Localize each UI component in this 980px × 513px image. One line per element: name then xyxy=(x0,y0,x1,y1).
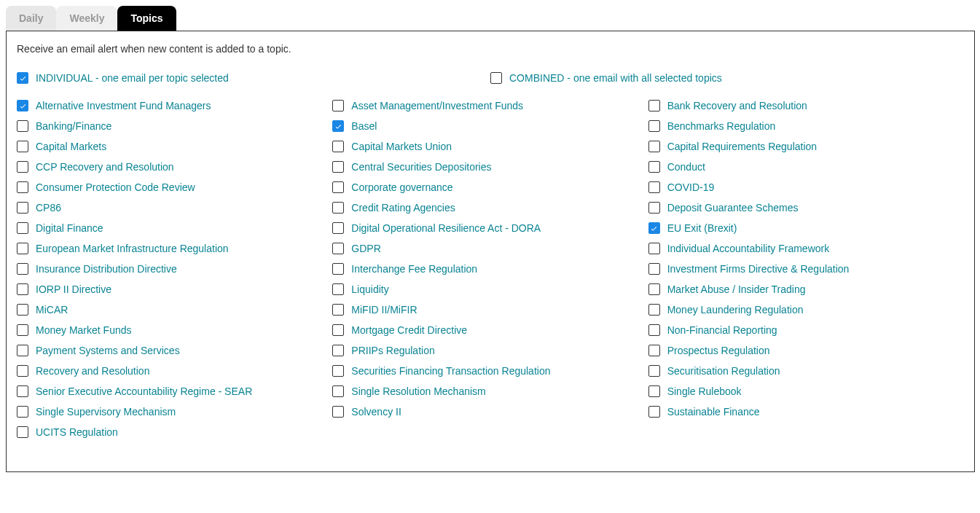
topic-label[interactable]: Capital Requirements Regulation xyxy=(667,141,817,152)
topic-checkbox[interactable] xyxy=(648,100,660,111)
topic-label[interactable]: Banking/Finance xyxy=(36,120,111,132)
mode-individual-checkbox[interactable] xyxy=(17,72,28,84)
topic-checkbox[interactable] xyxy=(17,263,28,275)
topic-label[interactable]: Basel xyxy=(351,120,377,132)
topic-checkbox[interactable] xyxy=(17,202,28,214)
topic-label[interactable]: Bank Recovery and Resolution xyxy=(667,100,807,111)
topic-checkbox[interactable] xyxy=(17,385,28,397)
mode-combined-checkbox[interactable] xyxy=(490,72,502,84)
topic-checkbox[interactable] xyxy=(648,181,660,193)
topic-label[interactable]: Digital Operational Resilience Act - DOR… xyxy=(351,222,541,234)
mode-individual-label[interactable]: INDIVIDUAL - one email per topic selecte… xyxy=(36,72,229,84)
topic-label[interactable]: COVID-19 xyxy=(667,181,715,193)
topic-checkbox[interactable] xyxy=(17,304,28,316)
topic-checkbox[interactable] xyxy=(17,426,28,438)
topic-checkbox[interactable] xyxy=(17,161,28,173)
topic-checkbox[interactable] xyxy=(17,243,28,254)
topic-label[interactable]: GDPR xyxy=(351,243,380,254)
topic-checkbox[interactable] xyxy=(332,141,344,152)
topic-checkbox[interactable] xyxy=(17,100,28,111)
topic-checkbox[interactable] xyxy=(332,283,344,295)
topic-checkbox[interactable] xyxy=(17,181,28,193)
topic-checkbox[interactable] xyxy=(17,120,28,132)
topic-label[interactable]: Investment Firms Directive & Regulation xyxy=(667,263,850,275)
topic-checkbox[interactable] xyxy=(17,406,28,418)
topic-label[interactable]: Money Laundering Regulation xyxy=(667,304,804,316)
topic-label[interactable]: Capital Markets Union xyxy=(351,141,452,152)
topic-label[interactable]: Mortgage Credit Directive xyxy=(351,324,467,336)
topic-checkbox[interactable] xyxy=(648,345,660,356)
topic-label[interactable]: Sustainable Finance xyxy=(667,406,760,418)
tab-daily[interactable]: Daily xyxy=(6,6,56,31)
topic-checkbox[interactable] xyxy=(648,202,660,214)
topic-label[interactable]: Interchange Fee Regulation xyxy=(351,263,477,275)
topic-label[interactable]: Prospectus Regulation xyxy=(667,345,770,356)
topic-label[interactable]: Securities Financing Transaction Regulat… xyxy=(351,365,550,377)
topic-label[interactable]: PRIIPs Regulation xyxy=(351,345,434,356)
topic-label[interactable]: Deposit Guarantee Schemes xyxy=(667,202,799,214)
topic-checkbox[interactable] xyxy=(332,161,344,173)
topic-checkbox[interactable] xyxy=(648,161,660,173)
topic-checkbox[interactable] xyxy=(332,345,344,356)
topic-label[interactable]: Corporate governance xyxy=(351,181,452,193)
topic-label[interactable]: Credit Rating Agencies xyxy=(351,202,455,214)
topic-label[interactable]: Individual Accountability Framework xyxy=(667,243,830,254)
topic-checkbox[interactable] xyxy=(648,406,660,418)
topic-label[interactable]: Alternative Investment Fund Managers xyxy=(36,100,211,111)
topic-checkbox[interactable] xyxy=(17,365,28,377)
mode-combined-label[interactable]: COMBINED - one email with all selected t… xyxy=(509,72,722,84)
topic-checkbox[interactable] xyxy=(332,385,344,397)
topic-checkbox[interactable] xyxy=(332,222,344,234)
tab-weekly[interactable]: Weekly xyxy=(56,6,117,31)
topic-label[interactable]: CCP Recovery and Resolution xyxy=(36,161,174,173)
topic-label[interactable]: MiCAR xyxy=(36,304,68,316)
topic-checkbox[interactable] xyxy=(648,263,660,275)
topic-label[interactable]: IORP II Directive xyxy=(36,283,111,295)
topic-label[interactable]: Conduct xyxy=(667,161,705,173)
topic-label[interactable]: Single Resolution Mechanism xyxy=(351,385,485,397)
topic-checkbox[interactable] xyxy=(648,283,660,295)
topic-label[interactable]: Liquidity xyxy=(351,283,388,295)
topic-checkbox[interactable] xyxy=(332,202,344,214)
topic-checkbox[interactable] xyxy=(332,263,344,275)
topic-label[interactable]: Solvency II xyxy=(351,406,401,418)
topic-checkbox[interactable] xyxy=(17,345,28,356)
topic-checkbox[interactable] xyxy=(332,365,344,377)
topic-label[interactable]: Digital Finance xyxy=(36,222,103,234)
topic-checkbox[interactable] xyxy=(648,120,660,132)
tab-topics[interactable]: Topics xyxy=(117,6,176,31)
topic-label[interactable]: Senior Executive Accountability Regime -… xyxy=(36,385,252,397)
topic-checkbox[interactable] xyxy=(332,120,344,132)
topic-checkbox[interactable] xyxy=(17,283,28,295)
topic-checkbox[interactable] xyxy=(332,181,344,193)
topic-label[interactable]: Asset Management/Investment Funds xyxy=(351,100,523,111)
topic-label[interactable]: Capital Markets xyxy=(36,141,106,152)
topic-label[interactable]: Central Securities Depositories xyxy=(351,161,491,173)
topic-checkbox[interactable] xyxy=(332,100,344,111)
topic-label[interactable]: UCITS Regulation xyxy=(36,426,118,438)
topic-checkbox[interactable] xyxy=(17,141,28,152)
topic-label[interactable]: Single Supervisory Mechanism xyxy=(36,406,176,418)
topic-label[interactable]: Securitisation Regulation xyxy=(667,365,780,377)
topic-checkbox[interactable] xyxy=(332,304,344,316)
topic-checkbox[interactable] xyxy=(648,243,660,254)
topic-label[interactable]: Benchmarks Regulation xyxy=(667,120,776,132)
topic-label[interactable]: Payment Systems and Services xyxy=(36,345,180,356)
topic-label[interactable]: Recovery and Resolution xyxy=(36,365,149,377)
topic-checkbox[interactable] xyxy=(648,304,660,316)
topic-label[interactable]: Consumer Protection Code Review xyxy=(36,181,195,193)
topic-checkbox[interactable] xyxy=(332,406,344,418)
topic-label[interactable]: European Market Infrastructure Regulatio… xyxy=(36,243,229,254)
topic-label[interactable]: Money Market Funds xyxy=(36,324,132,336)
topic-checkbox[interactable] xyxy=(648,365,660,377)
topic-label[interactable]: CP86 xyxy=(36,202,61,214)
topic-label[interactable]: Insurance Distribution Directive xyxy=(36,263,177,275)
topic-label[interactable]: MiFID II/MiFIR xyxy=(351,304,417,316)
topic-checkbox[interactable] xyxy=(332,243,344,254)
topic-checkbox[interactable] xyxy=(332,324,344,336)
topic-checkbox[interactable] xyxy=(648,324,660,336)
topic-checkbox[interactable] xyxy=(648,141,660,152)
topic-label[interactable]: Single Rulebook xyxy=(667,385,742,397)
topic-checkbox[interactable] xyxy=(648,222,660,234)
topic-checkbox[interactable] xyxy=(17,222,28,234)
